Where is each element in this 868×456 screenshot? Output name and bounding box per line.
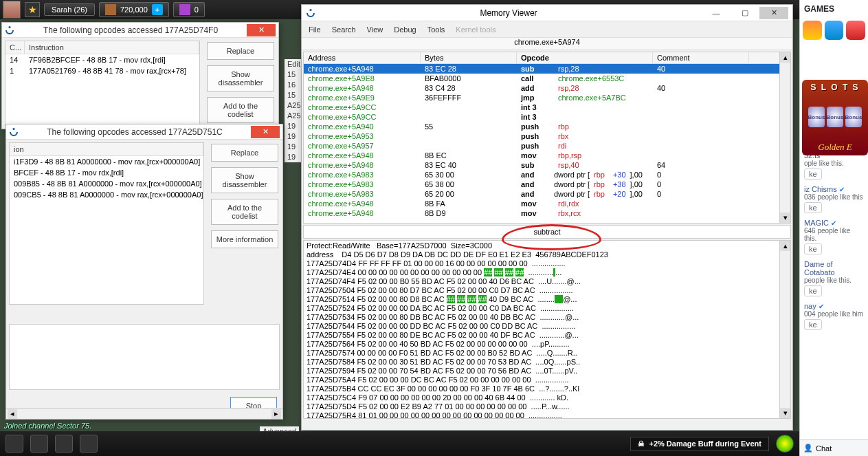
disasm-row[interactable]: chrome.exe+5A98365 30 00anddword ptr [rb…: [304, 170, 779, 180]
opcode-row[interactable]: 009B85 - 48 8B 81 A0000000 - mov rax,[rc…: [10, 178, 203, 189]
opcode-list[interactable]: C... Instruction 147F96B2BFCEF - 48 8B 1…: [5, 41, 200, 126]
show-disassembler-button[interactable]: Show disassembler: [207, 65, 274, 91]
like-button[interactable]: ke: [804, 319, 822, 330]
show-disassembler-button[interactable]: Show disassembler: [211, 167, 278, 193]
vertical-scrollbar[interactable]: ▴ ▾: [779, 241, 790, 418]
replace-button[interactable]: Replace: [207, 42, 274, 60]
disasm-row[interactable]: chrome.exe+5A953pushrbx: [304, 131, 779, 141]
menu-view[interactable]: View: [367, 25, 383, 34]
toolbar-icon[interactable]: [30, 435, 48, 453]
disasm-row[interactable]: chrome.exe+5A94883 EC 40subrsp,4064: [304, 160, 779, 170]
opcode-row[interactable]: 1177A0521769 - 48 8B 41 78 - mov rax,[rc…: [5, 65, 199, 76]
col-count[interactable]: C...: [5, 41, 25, 54]
close-button[interactable]: ✕: [251, 126, 280, 138]
vertical-scrollbar[interactable]: ▴ ▾: [779, 52, 790, 223]
event-banner[interactable]: ☠ +2% Damage Buff during Event: [630, 437, 769, 451]
hex-row[interactable]: 177A25D75C4 F9 07 00 00 00 00 00 00 20 0…: [307, 393, 777, 402]
add-credits-button[interactable]: +: [152, 4, 163, 15]
menu-debug[interactable]: Debug: [394, 25, 416, 34]
hex-row[interactable]: 177A25D75D4 F5 02 00 00 E2 B9 A2 77 01 0…: [307, 402, 777, 411]
disasm-row[interactable]: chrome.exe+5A9CCint 3: [304, 112, 779, 122]
rank-badge-icon[interactable]: ★: [25, 2, 40, 17]
hex-row[interactable]: 177A25D7594 F5 02 00 00 70 54 BD AC F5 0…: [307, 367, 777, 376]
hex-row[interactable]: 177A25D74F4 F5 02 00 00 B0 55 BD AC F5 0…: [307, 277, 777, 286]
opcode-row[interactable]: 147F96B2BFCEF - 48 8B 17 - mov rdx,[rdi]: [5, 54, 199, 65]
page-suggestion[interactable]: Dame of Cotabatopeople like this.ke: [800, 257, 868, 299]
col-instruction[interactable]: ion: [10, 143, 203, 155]
opcode-row[interactable]: BFCEF - 48 8B 17 - mov rdx,[rdi]: [10, 167, 203, 178]
close-button[interactable]: ✕: [247, 24, 276, 36]
like-button[interactable]: ke: [804, 243, 822, 254]
close-button[interactable]: ✕: [759, 7, 788, 19]
disasm-row[interactable]: chrome.exe+5A9488B ECmovrbp,rsp: [304, 151, 779, 160]
col-opcode[interactable]: Opcode: [517, 52, 653, 63]
titlebar[interactable]: Memory Viewer — ▢ ✕: [302, 5, 792, 21]
page-suggestion[interactable]: nay ✔004 people like himke: [800, 299, 868, 333]
hex-row[interactable]: 177A25D74D4 FF FF FF FF 01 00 00 00 16 0…: [307, 259, 777, 268]
opcode-row[interactable]: i1F3D9 - 48 8B 81 A0000000 - mov rax,[rc…: [10, 156, 203, 167]
game-tile-icon[interactable]: [825, 21, 844, 40]
player-name-box[interactable]: Sarah (26): [44, 3, 95, 16]
slots-ad[interactable]: S L O T S Bonus Bonus Bonus Golden E: [802, 80, 868, 155]
disasm-row[interactable]: chrome.exe+5A94055pushrbp: [304, 122, 779, 131]
col-instruction[interactable]: Instruction: [25, 41, 199, 54]
add-to-codelist-button[interactable]: Add to the codelist: [207, 97, 274, 123]
disasm-row[interactable]: chrome.exe+5A98365 20 00anddword ptr [rb…: [304, 189, 779, 199]
hex-row[interactable]: 177A25D7564 F5 02 00 00 40 50 BD AC F5 0…: [307, 340, 777, 349]
hex-row[interactable]: 177A25D75B4 CC CC EC 3F 00 00 00 00 00 0…: [307, 384, 777, 393]
col-bytes[interactable]: Bytes: [421, 52, 517, 63]
game-tile-icon[interactable]: [803, 21, 822, 40]
disasm-row[interactable]: chrome.exe+5A94883 C4 28addrsp,2840: [304, 83, 779, 93]
menu-file[interactable]: File: [309, 25, 321, 34]
faction-icon[interactable]: [776, 435, 794, 453]
hex-row[interactable]: 177A25D7574 00 00 00 00 F0 51 BD AC F5 0…: [307, 349, 777, 358]
menu-kernel-tools[interactable]: Kernel tools: [456, 25, 496, 34]
hex-row[interactable]: 177A25D7524 F5 02 00 00 00 DA BC AC F5 0…: [307, 304, 777, 313]
scroll-up-icon[interactable]: ▴: [780, 52, 790, 63]
disassembly-pane[interactable]: Address Bytes Opcode Comment chrome.exe+…: [303, 52, 791, 224]
page-suggestion[interactable]: MAGIC ✔646 people like this.ke: [800, 216, 868, 257]
menu-tools[interactable]: Tools: [427, 25, 445, 34]
scroll-up-icon[interactable]: ▴: [780, 241, 790, 251]
game-tile-icon[interactable]: [846, 21, 865, 40]
disasm-row[interactable]: chrome.exe+5A9488B D9movrbx,rcx: [304, 208, 779, 218]
add-to-codelist-button[interactable]: Add to the codelist: [211, 199, 278, 225]
scroll-down-icon[interactable]: ▾: [780, 213, 790, 223]
titlebar[interactable]: The following opcodes accessed 177A25D74…: [2, 23, 278, 38]
hex-row[interactable]: 177A25D7584 F5 02 00 00 30 51 BD AC F5 0…: [307, 358, 777, 367]
like-button[interactable]: ke: [804, 202, 822, 213]
disasm-row[interactable]: chrome.exe+5A957pushrdi: [304, 141, 779, 151]
chat-bar[interactable]: 👤 Chat: [799, 439, 868, 456]
disasm-row[interactable]: chrome.exe+5A9488B FAmovrdi,rdx: [304, 199, 779, 208]
scroll-down-icon[interactable]: ▾: [780, 408, 790, 418]
like-button[interactable]: ke: [804, 285, 822, 296]
hex-row[interactable]: 177A25D75A4 F5 02 00 00 00 DC BC AC F5 0…: [307, 376, 777, 384]
disasm-row[interactable]: chrome.exe+5A9E936FEFFFFjmpchrome.exe+5A…: [304, 93, 779, 102]
toolbar-icon[interactable]: [55, 435, 73, 453]
menu-bar[interactable]: File Search View Debug Tools Kernel tool…: [302, 21, 792, 38]
hex-dump-pane[interactable]: Protect:Read/Write Base=177A25D7000 Size…: [303, 240, 791, 419]
hex-row[interactable]: 177A25D7504 F5 02 00 00 80 D7 BC AC F5 0…: [307, 286, 777, 295]
maximize-button[interactable]: ▢: [731, 7, 759, 19]
col-address[interactable]: Address: [304, 52, 421, 63]
hex-row[interactable]: 177A25D7544 F5 02 00 00 00 DD BC AC F5 0…: [307, 322, 777, 331]
player-avatar[interactable]: [3, 1, 21, 19]
minimize-button[interactable]: —: [702, 7, 731, 19]
hex-row[interactable]: 177A25D74E4 00 00 00 00 00 00 00 00 00 0…: [307, 268, 777, 277]
hex-row[interactable]: 177A25D7534 F5 02 00 00 80 DB BC AC F5 0…: [307, 313, 777, 322]
command-input[interactable]: subtract: [303, 225, 791, 239]
menu-search[interactable]: Search: [332, 25, 356, 34]
hex-row[interactable]: 177A25D75R4 81 01 00 00 00 00 00 00 00 0…: [307, 411, 777, 418]
disasm-row[interactable]: chrome.exe+5A94883 EC 28subrsp,2840: [304, 64, 779, 74]
like-button[interactable]: ke: [804, 169, 822, 180]
opcode-list[interactable]: ion i1F3D9 - 48 8B 81 A0000000 - mov rax…: [9, 142, 204, 305]
replace-button[interactable]: Replace: [211, 144, 278, 162]
toolbar-icon[interactable]: [80, 435, 98, 453]
resource-credits[interactable]: 720,000 +: [99, 2, 169, 17]
resource-gems[interactable]: 0: [173, 2, 205, 17]
opcode-row[interactable]: 009CB5 - 48 8B 81 A0000000 - mov rax,[rc…: [10, 189, 203, 200]
toolbar-icon[interactable]: [5, 435, 23, 453]
disasm-row[interactable]: chrome.exe+5A9CCint 3: [304, 102, 779, 112]
col-comment[interactable]: Comment: [653, 52, 749, 63]
disasm-row[interactable]: chrome.exe+5A98365 38 00anddword ptr [rb…: [304, 180, 779, 189]
